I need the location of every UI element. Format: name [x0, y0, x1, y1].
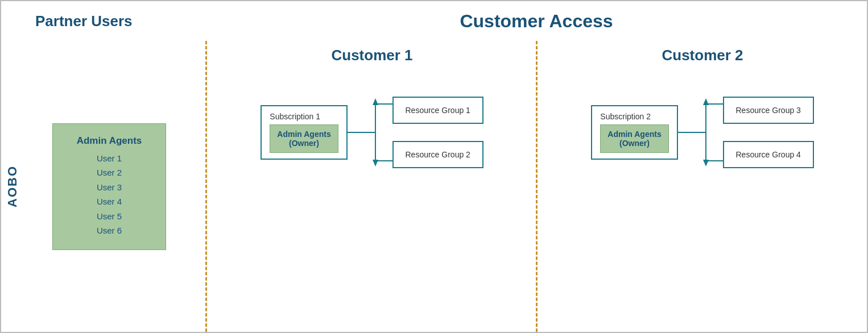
svg-marker-13: [703, 160, 709, 166]
customer1-diagram: Subscription 1 Admin Agents(Owner): [219, 76, 525, 189]
user-3: User 3: [70, 180, 148, 195]
customer2-title: Customer 2: [549, 47, 855, 64]
resource-group-2-box: Resource Group 2: [392, 141, 483, 168]
resource-group-1-box: Resource Group 1: [392, 97, 483, 124]
user-4: User 4: [70, 194, 148, 209]
resource-groups-2: Resource Group 3 Resource Group 4: [723, 97, 814, 168]
svg-marker-4: [373, 98, 378, 105]
dashed-separator-1: [206, 41, 208, 332]
subscription2-label: Subscription 2: [600, 112, 668, 121]
customer1-title: Customer 1: [219, 47, 525, 64]
svg-marker-11: [703, 98, 709, 105]
connector-svg-1: [347, 87, 392, 178]
user-2: User 2: [70, 165, 148, 180]
main-content: AOBO Admin Agents User 1 User 2 User 3 U…: [1, 41, 867, 332]
aobo-label: AOBO: [5, 165, 20, 207]
svg-marker-6: [373, 160, 378, 166]
customer2-diagram: Subscription 2 Admin Agents(Owner): [549, 76, 855, 189]
subscription2-box: Subscription 2 Admin Agents(Owner): [591, 105, 677, 160]
resource-group-4-box: Resource Group 4: [723, 141, 814, 168]
admin-owner-1-box: Admin Agents(Owner): [270, 124, 338, 153]
customer1-section: Customer 1 Subscription 1 Admin Agents(O…: [208, 41, 536, 332]
partner-section: Admin Agents User 1 User 2 User 3 User 4…: [1, 41, 206, 332]
partner-users-header: Partner Users: [1, 1, 206, 41]
customer-access-header: Customer Access: [206, 1, 867, 41]
user-5: User 5: [70, 209, 148, 224]
customer2-section: Customer 2 Subscription 2 Admin Agents(O…: [538, 41, 867, 332]
dashed-separator-2: [536, 41, 538, 332]
subscription1-label: Subscription 1: [270, 112, 338, 121]
subscription1-box: Subscription 1 Admin Agents(Owner): [261, 105, 347, 160]
user-6: User 6: [70, 223, 148, 238]
customer-access-title: Customer Access: [460, 11, 613, 32]
admin-owner-2-box: Admin Agents(Owner): [600, 124, 668, 153]
user-1: User 1: [70, 151, 148, 166]
resource-groups-1: Resource Group 1 Resource Group 2: [392, 97, 483, 168]
resource-group-3-box: Resource Group 3: [723, 97, 814, 124]
admin-agents-box: Admin Agents User 1 User 2 User 3 User 4…: [52, 123, 166, 250]
connector-svg-2: [677, 87, 723, 178]
admin-agents-box-title: Admin Agents: [70, 135, 148, 147]
partner-users-title: Partner Users: [35, 13, 133, 30]
aobo-label-container: AOBO: [1, 41, 24, 332]
top-header: Partner Users Customer Access: [1, 1, 867, 41]
diagram-container: Partner Users Customer Access AOBO Admin…: [0, 0, 868, 333]
